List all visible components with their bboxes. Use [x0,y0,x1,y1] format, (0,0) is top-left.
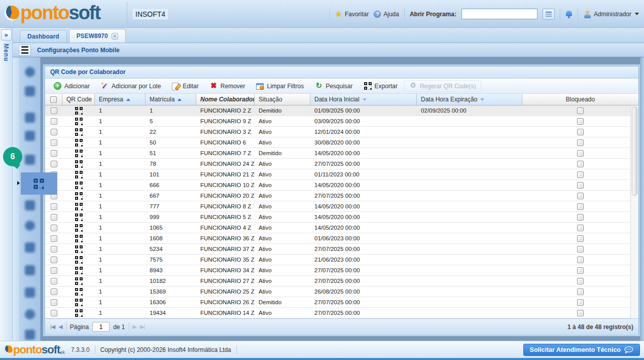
bloqueado-checkbox[interactable] [577,161,584,167]
sidebar-item-team-icon[interactable] [25,155,35,165]
sidebar-item-schedule-icon[interactable] [25,113,35,123]
row-select-checkbox[interactable] [51,225,57,231]
toolbar-button-regenerate[interactable]: Regerar QR Code(s) [404,80,481,92]
hamburger-menu-button[interactable] [19,45,31,56]
row-select-checkbox[interactable] [51,235,57,242]
program-list-button[interactable] [543,9,555,20]
table-row[interactable]: 1 78 FUNCIONARIO 24 Z Ativo 27/07/2025 0… [45,159,638,169]
column-header-qr-code[interactable]: QR Code [62,94,95,105]
bloqueado-checkbox[interactable] [577,118,584,125]
notifications-bell-icon[interactable] [565,11,573,18]
bloqueado-checkbox[interactable] [577,107,584,114]
prev-page-button[interactable]: ◀ [58,323,62,330]
table-row[interactable]: 1 8943 FUNCIONARIO 34 Z Ativo 27/07/2025… [45,265,638,276]
row-select-checkbox[interactable] [51,257,57,263]
column-header-matricula[interactable]: Matrícula [146,94,196,105]
bloqueado-checkbox[interactable] [577,289,584,295]
first-page-button[interactable]: |◀ [50,323,55,330]
bloqueado-checkbox[interactable] [577,139,584,146]
row-select-checkbox[interactable] [51,214,57,221]
table-row[interactable]: 1 666 FUNCIONARIO 10 Z Ativo 14/05/2020 … [45,180,638,191]
menu-vertical-label[interactable]: Menu [3,44,10,61]
row-select-checkbox[interactable] [51,118,57,125]
bloqueado-checkbox[interactable] [577,246,584,253]
table-row[interactable]: 1 16306 FUNCIONARIO 26 Z Demitido 27/07/… [45,297,638,308]
sidebar-item-cloud-icon[interactable] [25,200,35,210]
table-row[interactable]: 1 999 FUNCIONARIO 5 Z Ativo 14/05/2020 0… [45,212,638,223]
help-button[interactable]: ? Ajuda [374,11,399,18]
table-row[interactable]: 1 10182 FUNCIONARIO 27 Z Ativo 27/07/202… [45,276,638,286]
row-select-checkbox[interactable] [51,139,57,146]
column-header-bloqueado[interactable]: Bloqueado [522,94,638,105]
support-button[interactable]: Solicitar Atendimento Técnico [523,344,640,356]
sidebar-item-qr-code[interactable] [21,172,57,195]
column-header-data-hora-expiracao[interactable]: Data Hora Expiração [417,94,522,105]
table-row[interactable]: 1 19434 FUNCIONARIO 14 Z Ativo 27/07/202… [45,308,638,318]
toolbar-button-edit[interactable]: Editar [167,81,203,91]
column-header-empresa[interactable]: Empresa [95,94,146,105]
toolbar-button-export-qr[interactable]: Exportar [360,81,402,91]
row-select-checkbox[interactable] [51,161,57,167]
table-row[interactable]: 1 5234 FUNCIONARIO 37 Z Ativo 27/07/2025… [45,244,638,255]
open-program-input[interactable] [461,9,538,19]
page-number-input[interactable] [92,322,110,332]
column-header-nome-colaborador[interactable]: Nome Colaborador [196,94,255,105]
user-menu[interactable]: Administrador [583,10,639,18]
table-row[interactable]: 1 1065 FUNCIONARIO 4 Z Ativo 14/05/2020 … [45,223,638,233]
table-row[interactable]: 1 50 FUNCIONARIO 6 Ativo 30/08/2020 00:0… [45,137,638,148]
sidebar-item-check-icon[interactable] [25,330,35,340]
row-select-checkbox[interactable] [51,107,57,114]
sidebar-item-location-icon[interactable] [25,221,35,231]
row-select-checkbox[interactable] [51,150,57,157]
next-page-button[interactable]: ▶ [133,323,136,330]
sidebar-item-person-icon[interactable] [25,287,35,298]
table-row[interactable]: 1 5 FUNCIONARIO 9 Z Ativo 03/09/2025 00:… [45,116,638,127]
sidebar-item-globe-icon[interactable] [25,309,35,319]
row-select-checkbox[interactable] [51,310,57,316]
toolbar-button-remove[interactable]: Remover [205,81,250,91]
table-row[interactable]: 1 777 FUNCIONARIO 8 Z Ativo 14/05/2020 0… [45,201,638,212]
row-select-checkbox[interactable] [51,299,57,306]
sidebar-item-card-icon[interactable] [25,242,35,253]
bloqueado-checkbox[interactable] [577,267,584,274]
toolbar-button-clear-filters[interactable]: Limpar Filtros [252,81,308,91]
bloqueado-checkbox[interactable] [577,310,584,316]
sidebar-item-grid-icon[interactable] [25,265,35,275]
bloqueado-checkbox[interactable] [577,235,584,242]
bloqueado-checkbox[interactable] [577,299,584,306]
tab-psew8970[interactable]: PSEW8970 ✕ [69,29,126,43]
row-select-checkbox[interactable] [51,203,57,210]
vertical-scrollbar[interactable] [630,105,638,318]
scrollbar-thumb[interactable] [632,106,637,196]
row-select-checkbox[interactable] [51,246,57,253]
table-row[interactable]: 1 22 FUNCIONARIO 3 Z Ativo 12/01/2024 00… [45,127,638,137]
row-select-checkbox[interactable] [51,129,57,135]
bloqueado-checkbox[interactable] [577,171,584,178]
tab-dashboard[interactable]: Dashboard [20,30,67,43]
select-all-checkbox[interactable] [50,96,57,103]
toolbar-button-search[interactable]: Pesquisar [310,81,357,91]
table-row[interactable]: 1 1608 FUNCIONARIO 36 Z Ativo 01/06/2023… [45,233,638,244]
bloqueado-checkbox[interactable] [577,257,584,263]
bloqueado-checkbox[interactable] [577,193,584,199]
column-header-situacao[interactable]: Situação [255,94,310,105]
bloqueado-checkbox[interactable] [577,214,584,221]
sidebar-item-company-icon[interactable] [25,86,35,96]
sidebar-item-time-icon[interactable] [25,67,35,77]
toolbar-button-add-batch[interactable]: Adicionar por Lote [96,81,165,91]
bloqueado-checkbox[interactable] [577,182,584,189]
bloqueado-checkbox[interactable] [577,129,584,135]
table-row[interactable]: 1 15369 FUNCIONARIO 25 Z Ativo 26/08/202… [45,286,638,297]
toolbar-button-add[interactable]: Adicionar [49,81,94,91]
column-header-data-hora-inicial[interactable]: Data Hora Inicial [310,94,417,105]
table-row[interactable]: 1 101 FUNCIONARIO 21 Z Ativo 01/11/2023 … [45,169,638,180]
table-row[interactable]: 1 667 FUNCIONARIO 20 Z Ativo 27/07/2025 … [45,191,638,201]
row-select-checkbox[interactable] [51,289,57,295]
table-row[interactable]: 1 1 FUNCIONARIO 2 Z Demitido 01/09/2025 … [45,105,638,116]
bloqueado-checkbox[interactable] [577,225,584,231]
close-tab-icon[interactable]: ✕ [112,33,118,40]
sidebar-item-devices-icon[interactable] [25,131,35,141]
table-row[interactable]: 1 51 FUNCIONARIO 7 Z Demitido 14/05/2020… [45,148,638,159]
expand-menu-button[interactable]: » [1,29,12,41]
last-page-button[interactable]: ▶| [140,323,145,330]
